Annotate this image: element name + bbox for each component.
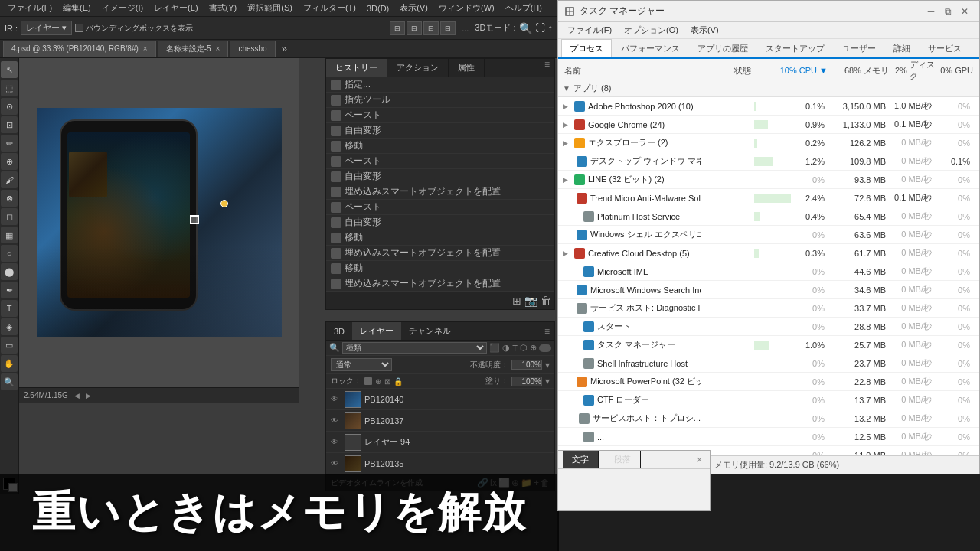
tm-process-row-7[interactable]: Windows シェル エクスペリエンス ホ... 0% 63.6 MB 0 M… [558, 226, 979, 244]
expand-arrow-2[interactable]: ▶ [563, 139, 568, 147]
ps-menu-3d[interactable]: 3D(D) [362, 2, 394, 15]
tm-tab-users[interactable]: ユーザー [834, 39, 884, 57]
ps-layer-filter-toggle[interactable] [539, 344, 551, 352]
tm-tab-startup[interactable]: スタートアップ [757, 39, 833, 57]
tm-group-apps[interactable]: ▼ アプリ (8) [558, 80, 979, 97]
tm-process-row-11[interactable]: サービス ホスト: Diagnostic Policy ... 0% 33.7 … [558, 299, 979, 318]
ps-tool-type[interactable]: T [1, 300, 18, 317]
tm-process-row-12[interactable]: スタート 0% 28.8 MB 0 MB/秒 0% [558, 318, 979, 336]
tm-tab-performance[interactable]: パフォーマンス [612, 39, 688, 57]
tm-header-cpu[interactable]: 10% CPU ▼ [754, 66, 831, 75]
ps-menu-edit[interactable]: 編集(E) [58, 1, 96, 15]
ps-canvas[interactable] [19, 58, 299, 387]
ps-tool-blur[interactable]: ○ [1, 245, 18, 262]
ps-tab-unnamed[interactable]: 名称未設定-5 × [158, 41, 229, 57]
ps-blend-mode-select[interactable]: 通常 [331, 358, 392, 371]
ps-tool-shape[interactable]: ▭ [1, 337, 18, 354]
char-tab-paragraph[interactable]: 段落 [605, 451, 641, 468]
tm-tab-processes[interactable]: プロセス [561, 39, 612, 57]
tm-close-btn[interactable]: ✕ [956, 3, 973, 20]
expand-arrow-8[interactable]: ▶ [563, 249, 568, 257]
ps-tab-channels[interactable]: チャンネル [401, 322, 459, 340]
history-item-1[interactable]: 指先ツール [326, 93, 554, 108]
tm-process-row-18[interactable]: ... 0% 12.5 MB 0 MB/秒 0% [558, 428, 979, 446]
ps-layer-icon-adj[interactable]: ◑ [502, 343, 510, 353]
char-tab-text[interactable]: 文字 [563, 451, 599, 468]
ps-layer-icon-type[interactable]: T [512, 344, 518, 353]
history-item-9[interactable]: 自由変形 [326, 215, 554, 230]
tm-restore-btn[interactable]: ⧉ [939, 3, 956, 20]
ps-tab-main[interactable]: 4.psd @ 33.3% (PB120140, RGB/8#) × [3, 41, 156, 57]
ps-paint-input[interactable] [511, 377, 542, 386]
ps-tab-chess[interactable]: chessbo [230, 41, 275, 57]
ps-opacity-arrow[interactable]: ▾ [545, 360, 550, 370]
history-item-13[interactable]: 埋め込みスマートオブジェクトを配置 [326, 276, 554, 292]
ps-tool-zoom[interactable]: 🔍 [1, 373, 18, 390]
tm-tab-services[interactable]: サービス [920, 39, 970, 57]
ps-layer-icon-pixel[interactable]: ⬛ [489, 343, 500, 353]
ps-layer-item-0[interactable]: 👁 PB120140 [326, 389, 554, 410]
ps-tool-pen[interactable]: ✒ [1, 282, 18, 298]
history-item-6[interactable]: 自由変形 [326, 169, 554, 184]
ps-paint-arrow[interactable]: ▾ [545, 376, 550, 386]
ps-layer-filter-select[interactable]: 種類 [342, 342, 487, 354]
ps-layers-menu-btn[interactable]: ≡ [540, 326, 554, 337]
tm-menu-file[interactable]: ファイル(F) [561, 23, 618, 37]
history-item-5[interactable]: ペースト [326, 154, 554, 169]
ps-tool-crop[interactable]: ⊡ [1, 116, 18, 133]
ps-layer-item-2[interactable]: 👁 レイヤー 94 [326, 432, 554, 453]
tm-process-row-2[interactable]: ▶ エクスプローラー (2) 0.2% 126.2 MB 0 MB/秒 0% [558, 134, 979, 152]
tm-tab-apphistory[interactable]: アプリの履歴 [689, 39, 756, 57]
tm-header-disk[interactable]: 2% ディスク [892, 59, 938, 82]
tm-header-status[interactable]: 状態 [701, 65, 754, 77]
expand-arrow-1[interactable]: ▶ [563, 121, 568, 129]
ps-menu-filter[interactable]: フィルター(T) [299, 1, 361, 15]
tm-menu-view[interactable]: 表示(V) [684, 23, 725, 37]
ps-share-icon[interactable]: ↑ [548, 22, 554, 34]
ps-history-btn3[interactable]: 🗑 [541, 295, 551, 307]
ps-panel-menu-btn[interactable]: ≡ [540, 59, 554, 77]
ps-tool-brush[interactable]: 🖌 [1, 171, 18, 188]
ps-tool-eraser[interactable]: ◻ [1, 208, 18, 225]
ps-arrow-left[interactable]: ◀ [74, 392, 80, 399]
tm-process-row-3[interactable]: デスクトップ ウィンドウ マネージャー 1.2% 109.8 MB 0 MB/秒… [558, 152, 979, 171]
history-item-3[interactable]: 自由変形 [326, 123, 554, 139]
ps-menu-file[interactable]: ファイル(F) [3, 1, 57, 15]
ps-history-btn1[interactable]: ⊞ [512, 295, 521, 307]
char-panel-close-btn[interactable]: × [697, 455, 702, 465]
ps-tool-lasso[interactable]: ⊙ [1, 98, 18, 115]
ps-tool-hand[interactable]: ✋ [1, 355, 18, 372]
tm-menu-options[interactable]: オプション(O) [618, 23, 684, 37]
tm-process-row-1[interactable]: ▶ Google Chrome (24) 0.9% 1,133.0 MB 0.1… [558, 116, 979, 134]
ps-layer-eye-0[interactable]: 👁 [331, 395, 341, 403]
ps-layer-eye-1[interactable]: 👁 [331, 416, 341, 425]
ps-menu-image[interactable]: イメージ(I) [97, 1, 148, 15]
ps-menu-layer[interactable]: レイヤー(L) [149, 1, 202, 15]
ps-tab-properties[interactable]: 属性 [449, 59, 485, 77]
ps-menu-window[interactable]: ウィンドウ(W) [434, 1, 499, 15]
ps-screen-mode-icon[interactable]: ⛶ [535, 22, 545, 34]
history-item-4[interactable]: 移動 [326, 139, 554, 154]
ps-tool-move[interactable]: ↖ [1, 61, 18, 78]
ps-lock-move-icon[interactable]: ⊕ [375, 377, 381, 386]
ps-tab-layers[interactable]: レイヤー [352, 322, 401, 340]
ps-lock-all-icon[interactable]: 🔒 [394, 377, 403, 386]
ps-tool-clone[interactable]: ⊗ [1, 190, 18, 207]
tm-process-row-5[interactable]: Trend Micro Anti-Malware Solut... 2.4% 7… [558, 189, 979, 207]
tm-process-row-6[interactable]: Platinum Host Service 0.4% 65.4 MB 0 MB/… [558, 207, 979, 226]
ps-tool-eyedropper[interactable]: ✏ [1, 135, 18, 152]
ps-tab-more-btn[interactable]: » [277, 43, 292, 54]
tm-process-row-4[interactable]: ▶ LINE (32 ビット) (2) 0% 93.8 MB 0 MB/秒 0% [558, 171, 979, 189]
history-item-12[interactable]: 移動 [326, 261, 554, 276]
tm-header-gpu[interactable]: 0% GPU [938, 66, 976, 75]
ps-tool-select[interactable]: ⬚ [1, 80, 18, 96]
tm-tab-details[interactable]: 詳細 [885, 39, 919, 57]
ps-menu-help[interactable]: ヘルプ(H) [501, 1, 547, 15]
history-item-7[interactable]: 埋め込みスマートオブジェクトを配置 [326, 184, 554, 200]
bounding-box-checkbox[interactable]: バウンディングボックスを表示 [75, 23, 193, 34]
ps-tool-path[interactable]: ◈ [1, 318, 18, 335]
tm-process-row-17[interactable]: サービスホスト：トプロシ... 0% 13.2 MB 0 MB/秒 0% [558, 409, 979, 428]
ps-opacity-input[interactable] [511, 360, 542, 370]
tm-process-row-9[interactable]: Microsoft IME 0% 44.6 MB 0 MB/秒 0% [558, 262, 979, 281]
history-item-8[interactable]: ペースト [326, 200, 554, 215]
